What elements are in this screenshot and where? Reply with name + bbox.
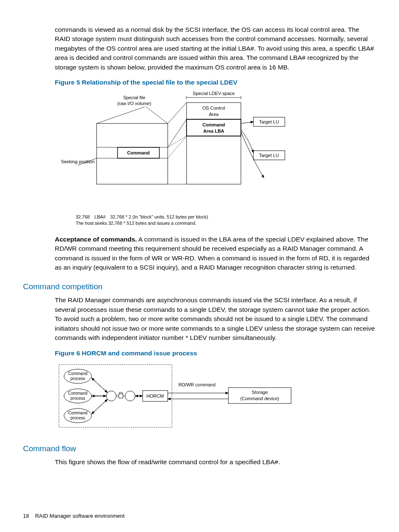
label-cmdproc-3a: Command bbox=[68, 411, 87, 415]
figure-6: Command process Command process Command … bbox=[55, 360, 376, 434]
label-cmd-device: (Command device) bbox=[240, 396, 279, 401]
figure-5-title: Figure 5 Relationship of the special fil… bbox=[55, 78, 376, 87]
heading-command-competition: Command competition bbox=[23, 281, 376, 293]
svg-line-18 bbox=[168, 136, 187, 158]
svg-line-17 bbox=[168, 136, 187, 147]
svg-line-33 bbox=[92, 399, 107, 414]
svg-rect-4 bbox=[187, 119, 241, 136]
label-special-file: Special file bbox=[123, 95, 145, 100]
page-number: 18 bbox=[23, 513, 29, 519]
label-rdwr: RD/WR command bbox=[179, 382, 216, 387]
figure-6-title: Figure 6 HORCM and command issue process bbox=[55, 349, 376, 358]
paragraph-competition: The RAID Manager commands are asynchrono… bbox=[55, 296, 376, 342]
label-target-lu-1: Target LU bbox=[259, 119, 279, 124]
chapter-title: RAID Manager software environment bbox=[35, 513, 125, 519]
label-area-lba: Area LBA bbox=[203, 129, 224, 134]
svg-line-29 bbox=[92, 378, 107, 393]
label-special-ldev: Special LDEV space bbox=[193, 91, 235, 96]
svg-rect-27 bbox=[119, 394, 123, 398]
svg-line-13 bbox=[97, 107, 145, 123]
paragraph-acceptance: Acceptance of commands. A command is iss… bbox=[55, 235, 376, 272]
paragraph-intro: commands is viewed as a normal disk by t… bbox=[55, 25, 376, 72]
label-cmdproc-1b: process bbox=[70, 376, 85, 381]
label-cmdproc-2a: Command bbox=[68, 391, 87, 396]
lead-acceptance: Acceptance of commands. bbox=[55, 236, 137, 243]
svg-line-15 bbox=[168, 103, 187, 123]
label-horcm: HORCM bbox=[146, 393, 164, 398]
figure-5: Special LDEV space OS Control Area Comma… bbox=[55, 90, 376, 226]
svg-rect-3 bbox=[187, 103, 241, 119]
label-target-lu-2: Target LU bbox=[259, 153, 279, 158]
page-footer: 18 RAID Manager software environment bbox=[23, 512, 125, 520]
heading-command-flow: Command flow bbox=[23, 443, 376, 455]
label-command: Command bbox=[127, 150, 150, 155]
figure-5-caption: 32,768 LBA# 32,768 * 2 (In "block" units… bbox=[76, 214, 376, 226]
label-area: Area bbox=[209, 112, 219, 117]
svg-point-26 bbox=[125, 391, 135, 401]
label-cmdproc-2b: process bbox=[70, 396, 85, 401]
svg-line-8 bbox=[241, 122, 253, 123]
label-raw-io: (raw I/O volume) bbox=[117, 101, 151, 106]
label-cmdproc-1a: Command bbox=[68, 371, 87, 376]
svg-point-25 bbox=[106, 391, 116, 401]
paragraph-flow: This figure shows the flow of read/write… bbox=[55, 457, 376, 467]
label-cmdproc-3b: process bbox=[70, 416, 85, 420]
svg-line-16 bbox=[168, 119, 187, 147]
svg-rect-5 bbox=[187, 136, 241, 184]
label-storage: Storage bbox=[252, 390, 268, 395]
label-command-area: Command bbox=[202, 122, 225, 127]
label-seeking: Seeking position bbox=[61, 159, 95, 164]
svg-line-14 bbox=[146, 107, 168, 123]
label-os-control: OS Control bbox=[202, 105, 225, 111]
